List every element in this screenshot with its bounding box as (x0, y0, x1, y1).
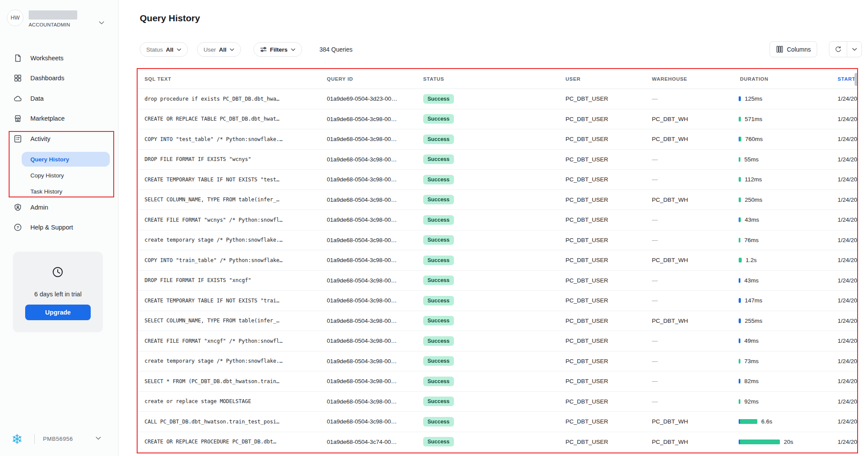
cell-warehouse: — (652, 351, 658, 371)
table-row[interactable]: COPY INTO "test_table" /* Python:snowfla… (138, 129, 858, 150)
refresh-options-button[interactable] (847, 42, 861, 57)
sidebar-item-help-support[interactable]: ? Help & Support (0, 219, 118, 236)
status-badge: Success (423, 296, 454, 305)
duration-bar (739, 440, 780, 444)
duration-bar (739, 278, 740, 283)
status-filter[interactable]: Status All (140, 42, 188, 57)
column-header-sql-text[interactable]: SQL TEXT (145, 69, 171, 89)
duration-label: 76ms (744, 237, 759, 243)
table-row[interactable]: SELECT COLUMN_NAME, TYPE FROM table(infe… (138, 311, 858, 331)
cell-status: Success (423, 150, 454, 170)
column-header-warehouse[interactable]: WAREHOUSE (652, 69, 687, 89)
columns-button[interactable]: Columns (769, 41, 817, 57)
sidebar-item-activity[interactable]: Activity (0, 130, 118, 148)
cell-query-id: 01a9de68-0504-3c98-00… (327, 311, 397, 331)
duration-label: 250ms (745, 197, 763, 203)
sidebar: HW ACCOUNTADMIN Worksheets Dashboards Da… (0, 0, 118, 456)
duration-bar (739, 157, 740, 162)
cell-status: Success (423, 271, 454, 291)
sidebar-item-admin[interactable]: Admin (0, 199, 118, 216)
column-header-duration[interactable]: DURATION (740, 69, 768, 89)
table-row[interactable]: COPY INTO "train_table" /* Python:snowfl… (138, 250, 858, 271)
column-header-query-id[interactable]: QUERY ID (327, 69, 353, 89)
cell-sql-text: SELECT COLUMN_NAME, TYPE FROM table(infe… (145, 190, 325, 210)
table-row[interactable]: SELECT COLUMN_NAME, TYPE FROM table(infe… (138, 190, 858, 210)
cell-warehouse: — (652, 291, 658, 311)
cell-sql-text: COPY INTO "test_table" /* Python:snowfla… (145, 129, 325, 149)
sidebar-item-dashboards[interactable]: Dashboards (0, 69, 118, 87)
cell-user: PC_DBT_USER (566, 371, 608, 391)
cell-status: Success (423, 129, 454, 149)
table-row[interactable]: CREATE FILE FORMAT "wcnys" /* Python:sno… (138, 210, 858, 230)
duration-bar (739, 177, 741, 182)
duration-bar (739, 117, 741, 121)
sidebar-item-data[interactable]: Data (0, 90, 118, 107)
activity-icon (13, 135, 22, 143)
filters-button[interactable]: Filters (253, 42, 302, 57)
table-row[interactable]: CREATE TEMPORARY TABLE IF NOT EXISTS "tr… (138, 291, 858, 311)
cell-query-id: 01a9de68-0504-3c74-00… (327, 432, 397, 452)
table-row[interactable]: create or replace stage MODELSTAGE 01a9d… (138, 392, 858, 412)
trial-card: 6 days left in trial Upgrade (13, 252, 103, 332)
cell-query-id: 01a9de68-0504-3c98-00… (327, 412, 397, 432)
cell-duration: 571ms (739, 109, 763, 129)
cell-start-time: 1/24/20 (838, 230, 858, 250)
cell-start-time: 1/24/20 (838, 129, 858, 149)
table-row[interactable]: CALL PC_DBT_DB.dbt_hwatson.train_test_po… (138, 412, 858, 432)
cell-query-id: 01a9de68-0504-3c98-00… (327, 150, 397, 170)
refresh-button[interactable] (829, 42, 847, 57)
cell-start-time: 1/24/20 (838, 392, 858, 412)
table-row[interactable]: create temporary stage /* Python:snowfla… (138, 230, 858, 251)
cell-status: Success (423, 170, 454, 190)
duration-label: 147ms (745, 297, 763, 304)
table-row[interactable]: create temporary stage /* Python:snowfla… (138, 351, 858, 372)
table-row[interactable]: CREATE FILE FORMAT "xncgf" /* Python:sno… (138, 331, 858, 351)
storefront-icon (13, 114, 22, 123)
user-filter[interactable]: User All (197, 42, 241, 57)
status-badge: Success (423, 316, 454, 325)
avatar[interactable]: HW (7, 10, 23, 26)
column-header-user[interactable]: USER (566, 69, 581, 89)
table-row[interactable]: drop procedure if exists PC_DBT_DB.dbt_h… (138, 89, 858, 109)
sidebar-subitem-task-history[interactable]: Task History (22, 184, 110, 199)
column-header-status[interactable]: STATUS (423, 69, 444, 89)
duration-label: 43ms (745, 217, 759, 223)
upgrade-button[interactable]: Upgrade (25, 305, 91, 320)
cell-status: Success (423, 392, 454, 412)
table-scrollbar-thumb[interactable] (855, 73, 858, 86)
cell-user: PC_DBT_USER (566, 412, 608, 432)
status-badge: Success (423, 356, 454, 366)
sidebar-item-worksheets[interactable]: Worksheets (0, 49, 118, 67)
duration-bar (739, 217, 741, 222)
table-row[interactable]: CREATE TEMPORARY TABLE IF NOT EXISTS "te… (138, 170, 858, 190)
table-row[interactable]: DROP FILE FORMAT IF EXISTS "wcnys" 01a9d… (138, 150, 858, 170)
table-row[interactable]: SELECT * FROM (PC_DBT_DB.dbt_hwatson.tra… (138, 371, 858, 392)
cell-warehouse: — (652, 371, 658, 391)
cell-duration: 73ms (739, 351, 759, 371)
chevron-down-icon (230, 48, 234, 51)
cell-sql-text: drop procedure if exists PC_DBT_DB.dbt_h… (145, 89, 325, 109)
cell-status: Success (423, 311, 454, 331)
cell-start-time: 1/24/20 (838, 109, 858, 129)
account-switcher[interactable]: ❄ PMB56956 (0, 430, 118, 449)
cell-status: Success (423, 412, 454, 432)
cell-sql-text: DROP FILE FORMAT IF EXISTS "xncgf" (145, 271, 325, 291)
sidebar-subitem-copy-history[interactable]: Copy History (22, 168, 110, 183)
sidebar-subitem-query-history[interactable]: Query History (22, 152, 110, 167)
table-row[interactable]: CREATE OR REPLACE TABLE PC_DBT_DB.dbt_hw… (138, 109, 858, 130)
cell-user: PC_DBT_USER (566, 392, 608, 412)
cell-duration: 76ms (739, 230, 759, 250)
sidebar-item-marketplace[interactable]: Marketplace (0, 110, 118, 127)
cell-sql-text: create temporary stage /* Python:snowfla… (145, 230, 325, 250)
cell-sql-text: CREATE FILE FORMAT "xncgf" /* Python:sno… (145, 331, 325, 351)
duration-label: 43ms (744, 277, 759, 284)
cell-start-time: 1/24/20 (838, 291, 858, 311)
chevron-down-icon[interactable] (99, 21, 105, 25)
query-count: 384 Queries (319, 42, 352, 57)
cell-user: PC_DBT_USER (566, 351, 608, 371)
cell-user: PC_DBT_USER (566, 210, 608, 230)
cell-duration: 43ms (739, 210, 759, 230)
cell-sql-text: CREATE TEMPORARY TABLE IF NOT EXISTS "te… (145, 170, 325, 190)
table-row[interactable]: CREATE OR REPLACE PROCEDURE PC_DBT_DB.db… (138, 432, 858, 453)
table-row[interactable]: DROP FILE FORMAT IF EXISTS "xncgf" 01a9d… (138, 271, 858, 291)
